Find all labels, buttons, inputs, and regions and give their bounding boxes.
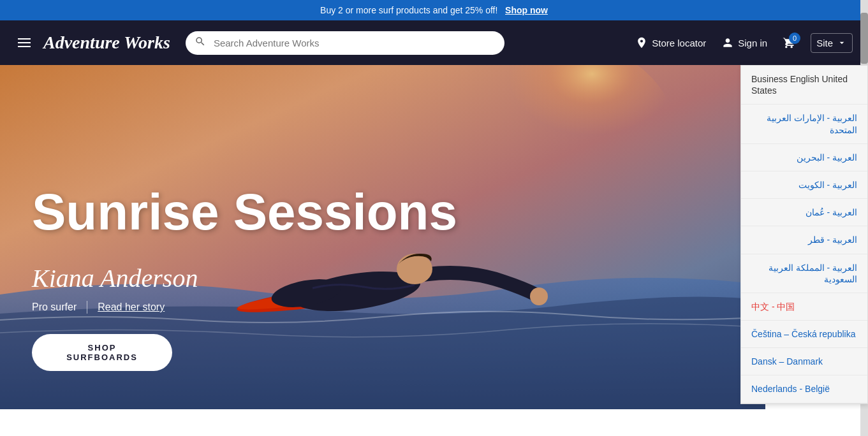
promo-banner: Buy 2 or more surf products and get 25% … bbox=[0, 0, 868, 20]
store-locator-label: Store locator bbox=[652, 38, 706, 48]
cart-badge: 0 bbox=[789, 33, 800, 44]
dropdown-item-arabic-uae[interactable]: العربية - الإمارات العربية المتحدة bbox=[741, 105, 867, 143]
shop-surfboards-button[interactable]: SHOP SURFBOARDS bbox=[32, 334, 172, 371]
promo-text: Buy 2 or more surf products and get 25% … bbox=[320, 5, 497, 15]
hero-title: Sunrise Sessions bbox=[32, 187, 733, 238]
dropdown-item-arabic-kuwait[interactable]: العربية - الكويت bbox=[741, 171, 867, 199]
read-story-button[interactable]: Read her story bbox=[98, 302, 165, 313]
site-label: Site bbox=[816, 38, 833, 48]
meta-divider bbox=[87, 301, 87, 314]
site-dropdown: Business English United States العربية -… bbox=[740, 65, 868, 404]
logo[interactable]: Adventure Works bbox=[43, 33, 170, 53]
sign-in-button[interactable]: Sign in bbox=[721, 36, 767, 49]
dropdown-item-business-english[interactable]: Business English United States bbox=[741, 66, 867, 105]
search-container bbox=[186, 31, 504, 55]
hero-content: Sunrise Sessions Kiana Anderson Pro surf… bbox=[0, 65, 765, 409]
surfer-role: Pro surfer bbox=[32, 302, 77, 313]
dropdown-item-arabic-bahrain[interactable]: العربية - البحرين bbox=[741, 144, 867, 171]
header-actions: Store locator Sign in 0 Site bbox=[635, 33, 853, 53]
cart-button[interactable]: 0 bbox=[783, 36, 795, 49]
dropdown-item-dutch[interactable]: Nederlands - België bbox=[741, 375, 867, 403]
site-selector-button[interactable]: Site bbox=[811, 33, 853, 53]
header: Adventure Works Store locator Sign in bbox=[0, 20, 868, 65]
surfer-meta: Pro surfer Read her story bbox=[32, 301, 733, 314]
dropdown-item-arabic-qatar[interactable]: العربية - قطر bbox=[741, 226, 867, 254]
dropdown-item-danish[interactable]: Dansk – Danmark bbox=[741, 348, 867, 375]
store-locator-button[interactable]: Store locator bbox=[635, 36, 706, 49]
cart-container: 0 bbox=[783, 36, 795, 49]
hero-section: Sunrise Sessions Kiana Anderson Pro surf… bbox=[0, 65, 765, 409]
search-icon bbox=[195, 36, 206, 50]
dropdown-item-chinese[interactable]: 中文 - 中国 bbox=[741, 293, 867, 321]
scrollbar-thumb bbox=[860, 13, 868, 64]
search-input[interactable] bbox=[186, 31, 504, 55]
dropdown-item-arabic-oman[interactable]: العربية - عُمان bbox=[741, 199, 867, 226]
main-wrapper: Sunrise Sessions Kiana Anderson Pro surf… bbox=[0, 65, 868, 409]
dropdown-item-arabic-saudi[interactable]: العربية - المملكة العربية السعودية bbox=[741, 254, 867, 293]
promo-link[interactable]: Shop now bbox=[505, 5, 548, 15]
content-area: Sunrise Sessions Kiana Anderson Pro surf… bbox=[0, 65, 765, 409]
hamburger-menu[interactable] bbox=[15, 36, 33, 50]
sign-in-label: Sign in bbox=[738, 38, 767, 48]
dropdown-item-czech[interactable]: Čeština – Česká republika bbox=[741, 321, 867, 348]
surfer-name: Kiana Anderson bbox=[32, 263, 733, 293]
